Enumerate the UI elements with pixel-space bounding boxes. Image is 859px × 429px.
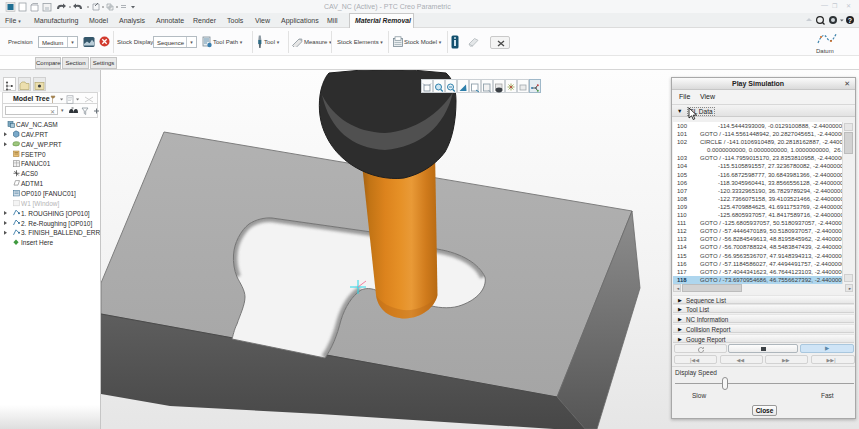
svg-text:?: ?	[848, 17, 852, 24]
